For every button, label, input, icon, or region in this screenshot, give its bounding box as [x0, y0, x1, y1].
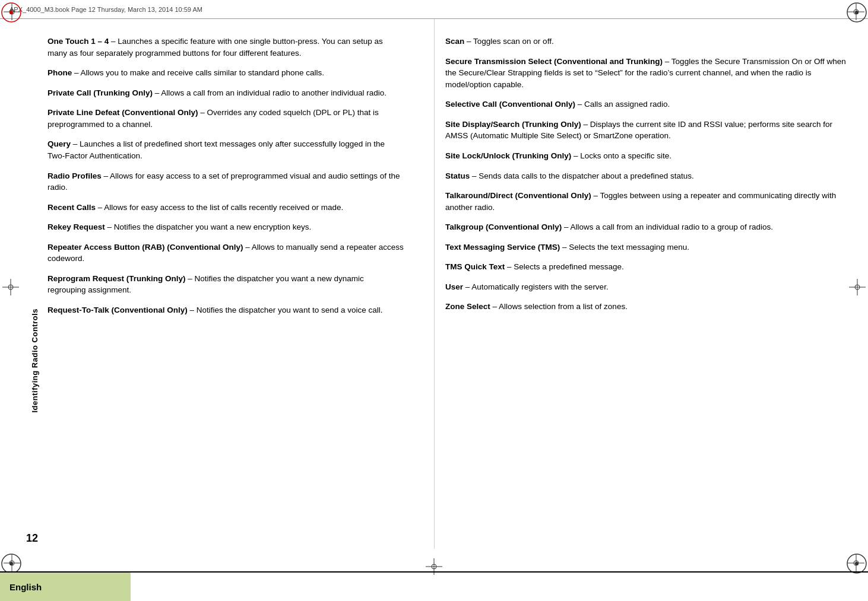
side-tab-text: Identifying Radio Controls — [30, 309, 39, 413]
left-entry-1: Phone – Allows you to make and receive c… — [47, 67, 404, 79]
side-tab: Identifying Radio Controls — [26, 172, 43, 549]
term-bold: Selective Call (Conventional Only) — [445, 100, 575, 109]
description: Selects the text messaging menu. — [569, 243, 689, 252]
separator: – — [96, 203, 104, 212]
crosshair-mid-right — [849, 279, 866, 295]
description: Allows for easy access to the list of ca… — [104, 203, 343, 212]
description: Notifies the dispatcher you want to send… — [197, 306, 383, 314]
english-footer-bar: English — [0, 573, 131, 601]
term-bold: Rekey Request — [47, 222, 105, 231]
term-bold: Site Lock/Unlock (Trunking Only) — [445, 151, 571, 160]
separator: – — [562, 222, 570, 231]
svg-point-23 — [9, 562, 13, 565]
right-entry-8: Text Messaging Service (TMS) – Selects t… — [445, 241, 850, 253]
term-bold: Query — [47, 139, 71, 148]
term-bold: Status — [445, 171, 470, 180]
description: Toggles scan on or off. — [473, 37, 554, 46]
right-entry-4: Site Lock/Unlock (Trunking Only) – Locks… — [445, 150, 850, 162]
circle-target-tr — [845, 1, 868, 24]
term-bold: Reprogram Request (Trunking Only) — [47, 274, 186, 283]
description: Calls an assigned radio. — [584, 100, 670, 109]
right-entry-11: Zone Select – Allows selection from a li… — [445, 301, 850, 313]
term-bold: Scan — [445, 37, 464, 46]
term-bold: Private Line Defeat (Conventional Only) — [47, 108, 198, 117]
description: Locks onto a specific site. — [580, 151, 671, 160]
separator: – — [186, 274, 195, 283]
svg-point-21 — [855, 11, 859, 14]
description: Selects a predefined message. — [514, 262, 623, 271]
term-bold: Repeater Access Button (RAB) (Convention… — [47, 243, 243, 252]
left-entry-10: Request-To-Talk (Conventional Only) – No… — [47, 304, 404, 316]
separator: – — [243, 243, 252, 252]
term-bold: One Touch 1 – 4 — [47, 37, 109, 46]
term-bold: Recent Calls — [47, 203, 96, 212]
right-entry-5: Status – Sends data calls to the dispatc… — [445, 170, 850, 182]
separator: – — [560, 243, 569, 252]
left-entry-2: Private Call (Trunking Only) – Allows a … — [47, 87, 404, 99]
separator: – — [153, 88, 161, 97]
english-label: English — [9, 582, 42, 592]
term-bold: Talkgroup (Conventional Only) — [445, 222, 562, 231]
term-bold: Text Messaging Service (TMS) — [445, 243, 560, 252]
description: Launches a list of predefined short text… — [47, 139, 385, 160]
right-entry-6: Talkaround/Direct (Conventional Only) – … — [445, 190, 850, 213]
left-entry-3: Private Line Defeat (Conventional Only) … — [47, 107, 404, 130]
separator: – — [505, 262, 514, 271]
description: Sends data calls to the dispatcher about… — [479, 171, 694, 180]
separator: – — [71, 139, 80, 148]
separator: – — [102, 171, 110, 180]
right-entry-3: Site Display/Search (Trunking Only) – Di… — [445, 119, 850, 142]
term-bold: Radio Profiles — [47, 171, 102, 180]
separator: – — [198, 108, 207, 117]
term-bold: Secure Transmission Select (Conventional… — [445, 57, 663, 66]
term-bold: Zone Select — [445, 302, 490, 311]
term-bold: Talkaround/Direct (Conventional Only) — [445, 191, 591, 200]
left-entry-0: One Touch 1 – 4 – Launches a specific fe… — [47, 36, 404, 59]
separator: – — [470, 171, 479, 180]
term-bold: User — [445, 282, 463, 291]
description: Allows a call from an individual radio t… — [571, 222, 773, 231]
left-entry-4: Query – Launches a list of predefined sh… — [47, 138, 404, 161]
left-entry-6: Recent Calls – Allows for easy access to… — [47, 202, 404, 214]
term-bold: TMS Quick Text — [445, 262, 505, 271]
page-number: 12 — [26, 532, 38, 545]
circle-target-tl — [0, 1, 23, 24]
header-text: APX_4000_M3.book Page 12 Thursday, March… — [9, 6, 202, 13]
right-entry-10: User – Automatically registers with the … — [445, 281, 850, 293]
description: Allows you to make and receive calls sim… — [81, 68, 324, 77]
crosshair-mid-left — [2, 279, 19, 295]
separator: – — [581, 120, 590, 129]
svg-point-19 — [9, 11, 13, 14]
description: Notifies the dispatcher you want a new e… — [114, 222, 311, 231]
separator: – — [105, 222, 114, 231]
left-entry-8: Repeater Access Button (RAB) (Convention… — [47, 241, 404, 265]
separator: – — [663, 57, 671, 66]
separator: – — [591, 191, 600, 200]
left-entry-9: Reprogram Request (Trunking Only) – Noti… — [47, 273, 404, 296]
separator: – — [109, 37, 118, 46]
left-entry-5: Radio Profiles – Allows for easy access … — [47, 170, 404, 193]
separator: – — [571, 151, 580, 160]
right-entry-1: Secure Transmission Select (Conventional… — [445, 56, 850, 91]
svg-point-25 — [855, 562, 859, 565]
separator: – — [464, 37, 473, 46]
description: Automatically registers with the server. — [471, 282, 608, 291]
term-bold: Site Display/Search (Trunking Only) — [445, 120, 581, 129]
left-column: One Touch 1 – 4 – Launches a specific fe… — [47, 24, 422, 542]
right-column: Scan – Toggles scan on or off.Secure Tra… — [422, 24, 850, 542]
separator: – — [575, 100, 584, 109]
term-bold: Phone — [47, 68, 72, 77]
right-entry-2: Selective Call (Conventional Only) – Cal… — [445, 98, 850, 110]
right-entry-0: Scan – Toggles scan on or off. — [445, 36, 850, 47]
right-entry-9: TMS Quick Text – Selects a predefined me… — [445, 261, 850, 273]
term-bold: Private Call (Trunking Only) — [47, 88, 153, 97]
right-entry-7: Talkgroup (Conventional Only) – Allows a… — [445, 221, 850, 233]
separator: – — [490, 302, 499, 311]
term-bold: Request-To-Talk (Conventional Only) — [47, 306, 188, 314]
separator: – — [188, 306, 197, 314]
left-entry-7: Rekey Request – Notifies the dispatcher … — [47, 221, 404, 233]
separator: – — [463, 282, 471, 291]
separator: – — [72, 68, 80, 77]
header-bar: APX_4000_M3.book Page 12 Thursday, March… — [0, 0, 868, 19]
description: Allows a call from an individual radio t… — [161, 88, 387, 97]
